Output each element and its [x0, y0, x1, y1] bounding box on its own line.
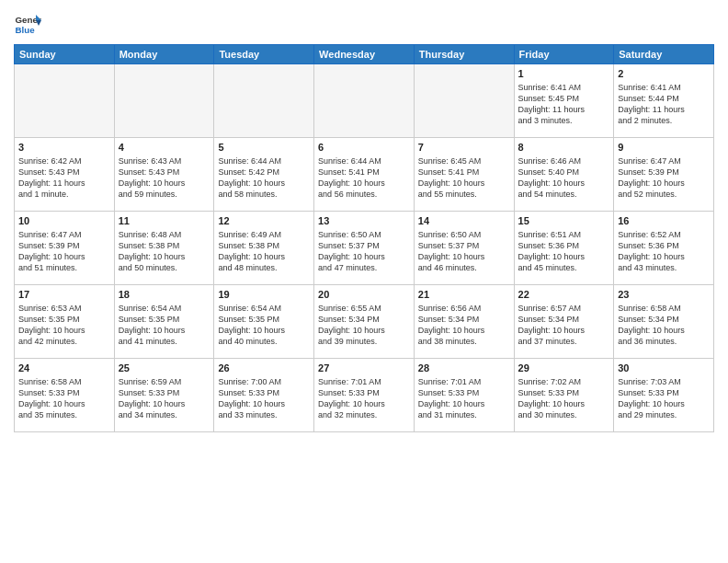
day-number: 29	[518, 362, 610, 375]
calendar-cell: 20Sunrise: 6:55 AM Sunset: 5:34 PM Dayli…	[314, 285, 415, 359]
day-info: Sunrise: 6:50 AM Sunset: 5:37 PM Dayligh…	[318, 229, 410, 274]
calendar-cell: 27Sunrise: 7:01 AM Sunset: 5:33 PM Dayli…	[314, 359, 415, 432]
day-number: 20	[318, 288, 410, 302]
weekday-header-row: SundayMondayTuesdayWednesdayThursdayFrid…	[15, 45, 714, 64]
day-info: Sunrise: 6:58 AM Sunset: 5:33 PM Dayligh…	[18, 376, 110, 421]
day-info: Sunrise: 6:55 AM Sunset: 5:34 PM Dayligh…	[318, 303, 410, 348]
calendar-cell: 24Sunrise: 6:58 AM Sunset: 5:33 PM Dayli…	[15, 359, 115, 432]
calendar-cell: 4Sunrise: 6:43 AM Sunset: 5:43 PM Daylig…	[114, 138, 214, 212]
calendar-cell: 26Sunrise: 7:00 AM Sunset: 5:33 PM Dayli…	[214, 359, 314, 432]
day-number: 4	[119, 141, 210, 155]
day-number: 25	[119, 362, 210, 375]
day-info: Sunrise: 6:47 AM Sunset: 5:39 PM Dayligh…	[18, 229, 110, 274]
week-row-5: 24Sunrise: 6:58 AM Sunset: 5:33 PM Dayli…	[15, 359, 714, 432]
day-info: Sunrise: 6:50 AM Sunset: 5:37 PM Dayligh…	[418, 229, 510, 274]
calendar-cell: 16Sunrise: 6:52 AM Sunset: 5:36 PM Dayli…	[614, 212, 714, 285]
calendar-cell: 19Sunrise: 6:54 AM Sunset: 5:35 PM Dayli…	[214, 285, 314, 359]
day-number: 14	[418, 214, 510, 228]
page-header: General Blue	[14, 9, 714, 37]
week-row-1: 1Sunrise: 6:41 AM Sunset: 5:45 PM Daylig…	[15, 64, 714, 138]
day-number: 8	[518, 141, 610, 155]
day-number: 5	[218, 141, 310, 155]
weekday-header-thursday: Thursday	[414, 45, 514, 64]
calendar-cell: 25Sunrise: 6:59 AM Sunset: 5:33 PM Dayli…	[114, 359, 214, 432]
day-info: Sunrise: 7:01 AM Sunset: 5:33 PM Dayligh…	[418, 376, 510, 421]
day-info: Sunrise: 6:45 AM Sunset: 5:41 PM Dayligh…	[418, 155, 510, 201]
day-info: Sunrise: 6:44 AM Sunset: 5:41 PM Dayligh…	[318, 155, 410, 201]
day-number: 10	[18, 214, 110, 228]
calendar-cell	[114, 64, 214, 138]
calendar-cell	[15, 64, 115, 138]
calendar-cell: 2Sunrise: 6:41 AM Sunset: 5:44 PM Daylig…	[614, 64, 714, 138]
calendar-cell: 22Sunrise: 6:57 AM Sunset: 5:34 PM Dayli…	[514, 285, 614, 359]
calendar-cell: 3Sunrise: 6:42 AM Sunset: 5:43 PM Daylig…	[15, 138, 115, 212]
day-info: Sunrise: 7:02 AM Sunset: 5:33 PM Dayligh…	[518, 376, 610, 421]
day-info: Sunrise: 7:01 AM Sunset: 5:33 PM Dayligh…	[318, 376, 410, 421]
week-row-4: 17Sunrise: 6:53 AM Sunset: 5:35 PM Dayli…	[15, 285, 714, 359]
day-number: 30	[618, 362, 710, 375]
day-info: Sunrise: 6:59 AM Sunset: 5:33 PM Dayligh…	[119, 376, 210, 421]
day-number: 6	[318, 141, 410, 155]
calendar-cell: 28Sunrise: 7:01 AM Sunset: 5:33 PM Dayli…	[414, 359, 514, 432]
calendar-cell: 6Sunrise: 6:44 AM Sunset: 5:41 PM Daylig…	[314, 138, 415, 212]
calendar-cell: 10Sunrise: 6:47 AM Sunset: 5:39 PM Dayli…	[15, 212, 115, 285]
calendar-cell	[214, 64, 314, 138]
day-info: Sunrise: 6:44 AM Sunset: 5:42 PM Dayligh…	[218, 155, 310, 201]
calendar-cell: 29Sunrise: 7:02 AM Sunset: 5:33 PM Dayli…	[514, 359, 614, 432]
day-info: Sunrise: 6:41 AM Sunset: 5:44 PM Dayligh…	[618, 82, 710, 127]
day-number: 27	[318, 362, 410, 375]
weekday-header-friday: Friday	[514, 45, 614, 64]
day-number: 11	[119, 214, 210, 228]
day-number: 3	[18, 141, 110, 155]
calendar-cell: 30Sunrise: 7:03 AM Sunset: 5:33 PM Dayli…	[614, 359, 714, 432]
day-info: Sunrise: 6:58 AM Sunset: 5:34 PM Dayligh…	[618, 303, 710, 348]
day-info: Sunrise: 6:56 AM Sunset: 5:34 PM Dayligh…	[418, 303, 510, 348]
weekday-header-saturday: Saturday	[614, 45, 714, 64]
day-number: 1	[518, 67, 610, 81]
calendar-cell: 11Sunrise: 6:48 AM Sunset: 5:38 PM Dayli…	[114, 212, 214, 285]
weekday-header-tuesday: Tuesday	[214, 45, 314, 64]
calendar-table: SundayMondayTuesdayWednesdayThursdayFrid…	[14, 44, 714, 432]
day-info: Sunrise: 6:49 AM Sunset: 5:38 PM Dayligh…	[218, 229, 310, 274]
calendar-cell: 17Sunrise: 6:53 AM Sunset: 5:35 PM Dayli…	[15, 285, 115, 359]
week-row-2: 3Sunrise: 6:42 AM Sunset: 5:43 PM Daylig…	[15, 138, 714, 212]
calendar-cell: 23Sunrise: 6:58 AM Sunset: 5:34 PM Dayli…	[614, 285, 714, 359]
day-number: 13	[318, 214, 410, 228]
day-info: Sunrise: 6:42 AM Sunset: 5:43 PM Dayligh…	[18, 155, 110, 201]
day-info: Sunrise: 6:51 AM Sunset: 5:36 PM Dayligh…	[518, 229, 610, 274]
day-number: 16	[618, 214, 710, 228]
day-info: Sunrise: 6:43 AM Sunset: 5:43 PM Dayligh…	[119, 155, 210, 201]
day-number: 18	[119, 288, 210, 302]
calendar-cell: 13Sunrise: 6:50 AM Sunset: 5:37 PM Dayli…	[314, 212, 415, 285]
day-number: 9	[618, 141, 710, 155]
day-number: 21	[418, 288, 510, 302]
day-number: 19	[218, 288, 310, 302]
day-number: 24	[18, 362, 110, 375]
calendar-cell: 18Sunrise: 6:54 AM Sunset: 5:35 PM Dayli…	[114, 285, 214, 359]
day-info: Sunrise: 6:46 AM Sunset: 5:40 PM Dayligh…	[518, 155, 610, 201]
day-info: Sunrise: 7:03 AM Sunset: 5:33 PM Dayligh…	[618, 376, 710, 421]
calendar-cell: 7Sunrise: 6:45 AM Sunset: 5:41 PM Daylig…	[414, 138, 514, 212]
calendar-cell: 12Sunrise: 6:49 AM Sunset: 5:38 PM Dayli…	[214, 212, 314, 285]
day-number: 28	[418, 362, 510, 375]
svg-text:Blue: Blue	[16, 25, 36, 35]
calendar-cell: 5Sunrise: 6:44 AM Sunset: 5:42 PM Daylig…	[214, 138, 314, 212]
day-number: 17	[18, 288, 110, 302]
day-info: Sunrise: 6:52 AM Sunset: 5:36 PM Dayligh…	[618, 229, 710, 274]
day-number: 7	[418, 141, 510, 155]
logo: General Blue	[14, 9, 41, 37]
day-number: 22	[518, 288, 610, 302]
day-number: 12	[218, 214, 310, 228]
weekday-header-sunday: Sunday	[15, 45, 115, 64]
day-info: Sunrise: 7:00 AM Sunset: 5:33 PM Dayligh…	[218, 376, 310, 421]
calendar-cell: 1Sunrise: 6:41 AM Sunset: 5:45 PM Daylig…	[514, 64, 614, 138]
calendar-cell: 14Sunrise: 6:50 AM Sunset: 5:37 PM Dayli…	[414, 212, 514, 285]
calendar-cell: 21Sunrise: 6:56 AM Sunset: 5:34 PM Dayli…	[414, 285, 514, 359]
weekday-header-wednesday: Wednesday	[314, 45, 415, 64]
logo-icon: General Blue	[14, 9, 41, 37]
calendar-cell: 15Sunrise: 6:51 AM Sunset: 5:36 PM Dayli…	[514, 212, 614, 285]
weekday-header-monday: Monday	[114, 45, 214, 64]
day-number: 2	[618, 67, 710, 81]
day-number: 15	[518, 214, 610, 228]
calendar-cell: 8Sunrise: 6:46 AM Sunset: 5:40 PM Daylig…	[514, 138, 614, 212]
